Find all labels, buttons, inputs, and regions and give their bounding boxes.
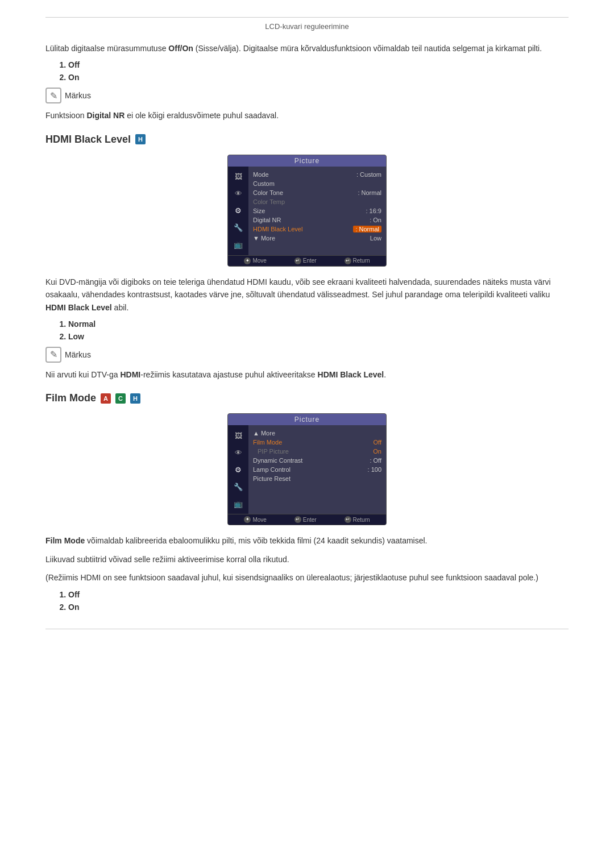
osd2-move: ✦ Move — [244, 516, 266, 523]
page-container: LCD-kuvari reguleerimine Lülitab digitaa… — [0, 0, 614, 646]
osd2-return-btn: ↩ — [345, 516, 351, 523]
osd1-row-hdmi: HDMI Black Level : Normal — [253, 225, 381, 234]
osd1-bottom-bar: ✦ Move ↵ Enter ↩ Return — [228, 255, 386, 266]
page-title: LCD-kuvari reguleerimine — [45, 22, 569, 31]
osd2-icon-eye: 👁 — [231, 446, 245, 459]
osd2-icon-picture: 🖼 — [231, 429, 245, 442]
film-description2: Liikuvad subtiitrid võivad selle režiimi… — [45, 553, 569, 566]
film-title: Film Mode — [45, 392, 96, 404]
osd2-content: ▲ More Film Mode Off PIP Picture On D — [248, 425, 386, 514]
film-description1: Film Mode võimaldab kalibreerida ebaloom… — [45, 534, 569, 547]
osd2-icon-gear: 🔧 — [231, 480, 245, 493]
osd-menu-1-container: Picture 🖼 👁 ⚙ 🔧 📺 Mode : Custom — [45, 155, 569, 267]
osd1-row-size: Size : 16:9 — [253, 206, 381, 215]
hdmi-list-item-2: Low — [68, 332, 569, 341]
osd1-row-more: ▼ More Low — [253, 234, 381, 243]
osd2-title: Picture — [228, 414, 386, 425]
list-item-1: Off — [68, 60, 569, 69]
bottom-divider — [45, 629, 569, 629]
osd2-row-filmmode: Film Mode Off — [253, 438, 381, 447]
intro-block: Lülitab digitaalse mürasummutuse Off/On … — [45, 42, 569, 122]
osd-menu-2: Picture 🖼 👁 ⚙ 🔧 📺 ▲ More — [227, 413, 387, 525]
osd1-move-btn: ✦ — [244, 258, 251, 264]
osd2-move-btn: ✦ — [244, 516, 251, 523]
film-badge-a: A — [101, 393, 111, 404]
osd2-sidebar: 🖼 👁 ⚙ 🔧 📺 ▲ More Film Mode Off — [228, 425, 386, 514]
osd1-sidebar: 🖼 👁 ⚙ 🔧 📺 Mode : Custom Custom — [228, 167, 386, 255]
osd2-row-picreset: Picture Reset — [253, 474, 381, 483]
osd2-icon-display: 📺 — [231, 497, 245, 510]
top-divider — [45, 17, 569, 18]
film-section-heading: Film Mode A C H — [45, 392, 569, 404]
note1-text: Funktsioon Digital NR ei ole kõigi erald… — [45, 109, 569, 122]
osd1-enter: ↵ Enter — [294, 258, 317, 264]
note-icon-2: ✎ — [45, 347, 61, 363]
osd2-row-lamp: Lamp Control : 100 — [253, 465, 381, 474]
osd2-bottom-bar: ✦ Move ↵ Enter ↩ Return — [228, 514, 386, 525]
osd1-icons: 🖼 👁 ⚙ 🔧 📺 — [228, 167, 248, 255]
film-badge-h: H — [130, 393, 140, 404]
osd2-row-more: ▲ More — [253, 429, 381, 438]
osd1-title: Picture — [228, 155, 386, 167]
film-badge-c: C — [115, 393, 126, 404]
osd-menu-1: Picture 🖼 👁 ⚙ 🔧 📺 Mode : Custom — [227, 155, 387, 267]
osd1-icon-picture: 🖼 — [231, 170, 245, 184]
osd2-row-dynamic: Dynamic Contrast : Off — [253, 456, 381, 465]
film-description3: (Režiimis HDMI on see funktsioon saadava… — [45, 571, 569, 584]
osd2-enter: ↵ Enter — [294, 516, 317, 523]
note-icon-1: ✎ — [45, 88, 61, 103]
osd1-row-digitalnr: Digital NR : On — [253, 215, 381, 225]
dnr-list: Off On — [68, 60, 569, 82]
hdmi-list: Normal Low — [68, 319, 569, 341]
osd1-content: Mode : Custom Custom Color Tone : Normal — [248, 167, 386, 255]
osd2-return: ↩ Return — [345, 516, 370, 523]
osd2-icons: 🖼 👁 ⚙ 🔧 📺 — [228, 425, 248, 514]
note-label-2: Märkus — [65, 350, 91, 359]
osd1-icon-display: 📺 — [231, 238, 245, 252]
osd1-row-custom: Custom — [253, 179, 381, 188]
osd1-return: ↩ Return — [345, 258, 370, 264]
hdmi-title: HDMI Black Level — [45, 134, 131, 146]
hdmi-black-level-section: HDMI Black Level H Picture 🖼 👁 ⚙ 🔧 📺 — [45, 134, 569, 381]
osd1-row-colortemp: Color Temp — [253, 197, 381, 206]
note-box-2: ✎ Märkus — [45, 347, 569, 363]
list-item-2: On — [68, 73, 569, 82]
film-list: Off On — [68, 590, 569, 612]
hdmi-description: Kui DVD-mängija või digiboks on teie tel… — [45, 276, 569, 314]
film-list-item-1: Off — [68, 590, 569, 599]
osd-menu-2-container: Picture 🖼 👁 ⚙ 🔧 📺 ▲ More — [45, 413, 569, 525]
hdmi-list-item-1: Normal — [68, 319, 569, 329]
hdmi-section-heading: HDMI Black Level H — [45, 134, 569, 146]
osd2-enter-btn: ↵ — [294, 516, 301, 523]
osd1-row-mode: Mode : Custom — [253, 170, 381, 179]
osd2-row-pip: PIP Picture On — [253, 447, 381, 456]
note2-text: Nii arvuti kui DTV-ga HDMI-režiimis kasu… — [45, 368, 569, 381]
osd1-icon-eye: 👁 — [231, 187, 245, 201]
film-list-item-2: On — [68, 603, 569, 612]
osd1-row-colortone: Color Tone : Normal — [253, 188, 381, 197]
intro-text: Lülitab digitaalse mürasummutuse Off/On … — [45, 42, 569, 55]
hdmi-badge: H — [135, 134, 146, 144]
note-label-1: Märkus — [65, 91, 91, 100]
note-box-1: ✎ Märkus — [45, 88, 569, 103]
osd1-return-btn: ↩ — [345, 258, 351, 264]
film-mode-section: Film Mode A C H Picture 🖼 👁 ⚙ 🔧 📺 — [45, 392, 569, 611]
osd1-move: ✦ Move — [244, 258, 266, 264]
osd1-enter-btn: ↵ — [294, 258, 301, 264]
osd2-icon-circle: ⚙ — [231, 463, 245, 476]
osd1-icon-gear: 🔧 — [231, 221, 245, 235]
osd1-icon-circle: ⚙ — [231, 204, 245, 218]
